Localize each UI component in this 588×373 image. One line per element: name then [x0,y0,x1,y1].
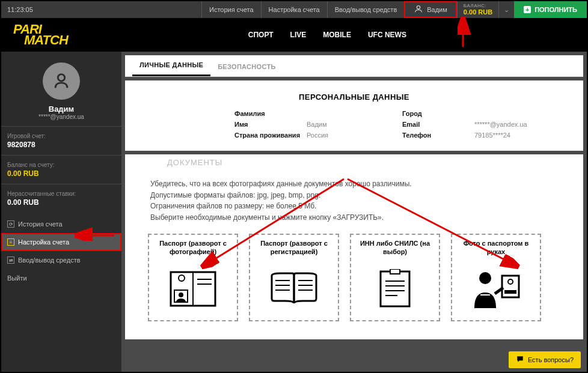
doc-card-title: Фото с паспортом в руках [456,240,536,255]
sidebar-item-history[interactable]: ⟳История счета [1,215,121,233]
funds-icon: ⇄ [7,256,14,264]
doc-line: Ограничения файлов по размеру: не более … [150,201,560,212]
tab-personal[interactable]: ЛИЧНЫЕ ДАННЫЕ [132,55,210,76]
doc-line: Убедитесь, что на всех фотографиях данны… [150,178,560,190]
logo[interactable]: PARI MATCH [13,24,68,45]
nav-ufc[interactable]: UFC NEWS [368,31,406,39]
sidebar-nav: ⟳История счета ≡Настройка счета ⇄Ввод/вы… [1,215,121,287]
header: PARI MATCH СПОРТ LIVE MOBILE UFC NEWS [1,18,587,52]
sidebar-balance-value: 0.00 RUB [7,169,115,178]
user-chip[interactable]: Вадим [404,1,457,18]
name-value: Вадим [307,121,402,128]
phone-value: 79185****24 [474,132,570,139]
unsettled-label: Нерассчитанные ставки: [7,190,115,197]
sidebar-item-label: Настройка счета [18,238,69,246]
doc-card-title: Паспорт (разворот с регистрацией) [254,240,334,255]
topbar: 11:23:05 История счета Настройка счета В… [1,1,587,18]
documents-title: ДОКУМЕНТЫ [162,158,227,167]
top-link-settings[interactable]: Настройка счета [261,1,327,18]
unsettled-value: 0.00 RUB [7,198,115,207]
clock: 11:23:05 [1,6,39,13]
svg-point-21 [479,272,491,284]
doc-card-title: ИНН либо СНИЛС (на выбор) [355,240,435,255]
history-icon: ⟳ [7,220,14,228]
sidebar-item-label: Ввод/вывод средств [18,256,81,264]
svg-rect-15 [381,271,409,306]
documents-instructions: Убедитесь, что на всех фотографиях данны… [150,178,560,223]
city-label: Город [402,110,474,117]
selfie-icon [470,262,522,316]
city-value [474,110,570,117]
tabs: ЛИЧНЫЕ ДАННЫЕ БЕЗОПАСНОСТЬ [125,55,583,77]
top-link-funds[interactable]: Ввод/вывод средств [327,1,405,18]
replenish-button[interactable]: + ПОПОЛНИТЬ [514,1,587,18]
doc-card-passport-reg[interactable]: Паспорт (разворот с регистрацией) [249,234,339,321]
sidebar-item-label: Выйти [7,274,27,282]
settings-icon: ≡ [7,238,14,246]
questions-button[interactable]: Есть вопросы? [509,351,581,368]
sidebar-user-mail: *****@yandex.ua [38,114,84,120]
surname-label: Фамилия [234,110,307,117]
sidebar-balance-label: Баланс на счету: [7,162,115,168]
personal-data-title: ПЕРСОНАЛЬНЫЕ ДАННЫЕ [138,92,570,102]
doc-card-title: Паспорт (разворот с фотографией) [153,240,233,255]
doc-card-selfie[interactable]: Фото с паспортом в руках [451,234,541,321]
svg-rect-16 [390,269,400,274]
sidebar-item-label: История счета [18,220,63,228]
svg-point-1 [58,74,64,81]
doc-line: Выберите необходимые документы и нажмите… [150,212,560,223]
user-icon [414,4,423,15]
surname-value [307,110,402,117]
user-chip-name: Вадим [427,6,447,13]
avatar[interactable] [43,62,80,100]
svg-rect-24 [504,290,516,294]
personal-data-panel: ПЕРСОНАЛЬНЫЕ ДАННЫЕ Фамилия ИмяВадим Стр… [125,80,583,151]
tab-security[interactable]: БЕЗОПАСНОСТЬ [210,57,283,76]
country-label: Страна проживания [234,132,307,139]
balance-value: 0.00 RUB [464,8,492,16]
svg-point-0 [417,6,420,9]
doc-card-inn-snils[interactable]: ИНН либо СНИЛС (на выбор) [350,234,440,321]
balance-chevron-icon[interactable]: ⌄ [498,1,514,18]
phone-label: Телефон [402,132,474,139]
name-label: Имя [234,121,307,128]
doc-card-passport-photo[interactable]: Паспорт (разворот с фотографией) [148,234,238,321]
email-value: ******@yandex.ua [474,121,570,128]
main-content: ЛИЧНЫЕ ДАННЫЕ БЕЗОПАСНОСТЬ ПЕРСОНАЛЬНЫЕ … [121,52,587,372]
sidebar-item-logout[interactable]: Выйти [1,269,121,287]
game-account-label: Игровой счет: [7,133,115,139]
nav-live[interactable]: LIVE [290,31,307,39]
passport-photo-icon [170,262,216,316]
documents-panel: ДОКУМЕНТЫ Убедитесь, что на всех фотогра… [125,154,583,339]
chat-icon [516,355,524,365]
balance-label: БАЛАНС: [464,4,492,9]
top-link-history[interactable]: История счета [201,1,261,18]
svg-point-8 [179,293,183,297]
balance-box: БАЛАНС: 0.00 RUB [457,1,498,18]
document-icon [378,262,412,316]
doc-line: Допустимые форматы файлов: jpg, jpeg, bm… [150,190,560,201]
plus-icon: + [524,6,531,13]
logo-line2: MATCH [24,35,68,46]
email-label: Email [402,121,474,128]
sidebar-item-settings[interactable]: ≡Настройка счета [1,233,121,251]
main-nav: СПОРТ LIVE MOBILE UFC NEWS [248,31,406,39]
game-account-value: 9820878 [7,141,115,149]
questions-label: Есть вопросы? [528,356,574,363]
sidebar-user-name: Вадим [49,105,74,114]
replenish-label: ПОПОЛНИТЬ [534,6,577,13]
passport-reg-icon [268,262,320,316]
svg-point-4 [179,275,185,281]
sidebar-item-funds[interactable]: ⇄Ввод/вывод средств [1,251,121,269]
country-value: Россия [307,132,402,139]
nav-mobile[interactable]: MOBILE [323,31,351,39]
nav-sport[interactable]: СПОРТ [248,31,274,39]
sidebar: Вадим *****@yandex.ua Игровой счет: 9820… [1,52,121,372]
